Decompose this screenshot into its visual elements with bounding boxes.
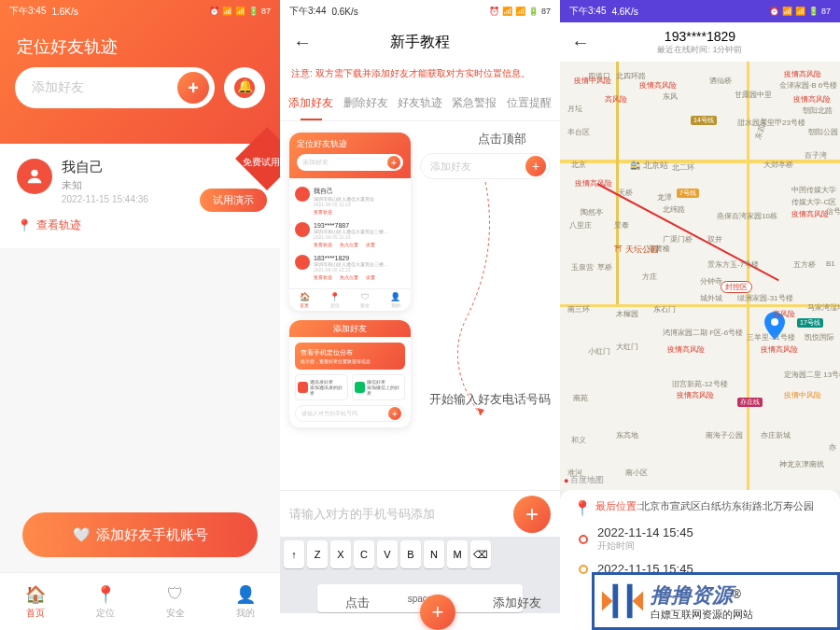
tab-locate[interactable]: 📍定位 xyxy=(70,573,140,630)
map-label: 金泽家园·B 6号楼 xyxy=(779,80,837,91)
back-button[interactable]: ← xyxy=(293,32,312,53)
key-shift[interactable]: ↑ xyxy=(284,540,304,568)
phone-input-bar: 请输入对方的手机号码添加 + xyxy=(280,490,560,537)
avatar[interactable] xyxy=(17,159,52,194)
map-label: 朝阳公园 xyxy=(808,127,838,137)
add-friend-search[interactable]: 添加好友 + xyxy=(15,67,215,108)
map-label: 五方桥 xyxy=(793,259,816,270)
risk-label: 疫情高风险 xyxy=(575,178,612,189)
map-label: 三羊里-31号楼 xyxy=(747,332,795,343)
map-label: 鸿博家园二期 F区-6号楼 xyxy=(663,328,743,338)
map-label: 方庄 xyxy=(642,272,657,282)
search-placeholder: 添加好友 xyxy=(32,79,84,96)
last-loc-label: 最后位置: xyxy=(595,500,639,511)
key-n[interactable]: N xyxy=(424,540,444,568)
map-label: 丰台区 xyxy=(567,127,590,137)
watermark: 撸撸资源® 白嫖互联网资源的网站 xyxy=(592,572,840,630)
map-label: 天桥 xyxy=(618,188,633,198)
risk-label: 疫情高风险 xyxy=(677,390,714,400)
key-v[interactable]: V xyxy=(377,540,398,568)
add-button[interactable]: + xyxy=(513,496,551,533)
key-backspace[interactable]: ⌫ xyxy=(470,540,491,568)
map-label: 景泰 xyxy=(614,220,629,231)
status-time: 下午3:45 xyxy=(569,5,606,18)
phone-input[interactable]: 请输入对方的手机号码添加 xyxy=(289,506,506,523)
map-label: 小红门 xyxy=(588,346,610,357)
risk-label: 高风险 xyxy=(605,94,627,105)
plus-icon[interactable]: + xyxy=(177,72,209,104)
risk-label: 高风险 xyxy=(773,309,795,319)
tab-alarm[interactable]: 紧急警报 xyxy=(447,86,501,120)
notice-text: 注意: 双方需下载并添加好友才能获取对方实时位置信息。 xyxy=(280,62,560,86)
risk-label: 疫情高风险 xyxy=(639,80,677,91)
tab-home[interactable]: 🏠首页 xyxy=(0,573,70,630)
map-label: B1 xyxy=(826,259,835,268)
pin-icon: 📍 xyxy=(573,499,590,516)
kbd-plus-button[interactable]: + xyxy=(420,595,455,630)
battery-icon: 🔋 xyxy=(528,7,539,16)
wifi-icon: 📶 xyxy=(515,7,525,16)
map-view[interactable]: ●百度地图 丰台区八里庄小红门玉泉营草桥方庄木樨园大红门南苑东高地南小区和义准河… xyxy=(560,62,840,490)
map-label: 分钟寺 xyxy=(700,276,722,287)
map-label: 14号线 xyxy=(691,116,717,125)
plus-icon: + xyxy=(387,156,400,169)
map-label: 和义 xyxy=(571,435,586,445)
battery-icon: 🔋 xyxy=(808,7,819,16)
map-label: 酒仙桥 xyxy=(709,76,732,86)
pin-icon: 📍 xyxy=(17,218,32,232)
last-online: 最近在线时间: 1分钟前 xyxy=(657,44,742,56)
map-label: 大红门 xyxy=(616,342,638,352)
map-label: 准河 xyxy=(567,468,582,478)
risk-label: 疫情中风险 xyxy=(574,76,611,86)
map-label: 东石门 xyxy=(653,304,676,315)
map-label: 木樨园 xyxy=(616,309,638,319)
step-search-pill: 添加好友+ xyxy=(420,153,551,179)
kbd-click-label: 点击 xyxy=(345,595,370,611)
map-label: 月坛 xyxy=(567,104,582,114)
alarm-icon: ⏰ xyxy=(489,7,499,16)
map-label: 亦庄新城 xyxy=(761,430,791,441)
wifi-icon: 📶 xyxy=(795,7,805,16)
key-b[interactable]: B xyxy=(400,540,421,568)
tab-me[interactable]: 👤我的 xyxy=(210,573,280,630)
map-label: 南海子公园 xyxy=(706,430,743,441)
title-bar: ← 新手教程 xyxy=(280,22,560,62)
tab-add-friend[interactable]: 添加好友 xyxy=(284,86,338,120)
map-label: 马家湾湿地 xyxy=(807,302,840,313)
keyboard-row: ↑ Z X C V B N M ⌫ xyxy=(280,537,560,583)
plus-icon: + xyxy=(525,156,546,176)
tab-bar: 🏠首页 📍定位 🛡安全 👤我的 xyxy=(0,572,280,630)
status-bar: 下午3:440.6K/s ⏰📶📶🔋87 xyxy=(280,0,560,22)
map-label: 草桥 xyxy=(597,262,612,273)
tab-friend-track[interactable]: 好友轨迹 xyxy=(393,86,447,120)
map-label: 景东方玉-7号楼 xyxy=(707,259,759,270)
map-label: 南小区 xyxy=(625,468,648,478)
back-button[interactable]: ← xyxy=(571,32,590,53)
view-track-link[interactable]: 📍 查看轨迹 xyxy=(17,217,263,233)
last-loc-value: 北京市宣武区白纸坊东街路北万寿公园 xyxy=(639,500,814,511)
page-title: 新手教程 xyxy=(390,33,450,52)
start-time-row: 2022-11-14 15:45开始时间 xyxy=(573,525,827,553)
map-label: 旧宫新苑-12号楼 xyxy=(672,379,728,389)
status-bar: 下午3:451.6K/s ⏰📶📶🔋87 xyxy=(0,0,280,22)
key-c[interactable]: C xyxy=(354,540,374,568)
risk-label: 疫情高风险 xyxy=(793,94,831,105)
logo-icon xyxy=(600,579,645,623)
page-title: 定位好友轨迹 xyxy=(0,22,280,67)
tab-location-remind[interactable]: 位置提醒 xyxy=(502,86,556,120)
key-z[interactable]: Z xyxy=(307,540,328,568)
heart-icon: 🤍 xyxy=(73,526,91,543)
demo-button[interactable]: 试用演示 xyxy=(200,189,267,212)
key-m[interactable]: M xyxy=(447,540,468,568)
add-friend-phone-button[interactable]: 🤍 添加好友手机账号 xyxy=(22,512,258,557)
dot-icon xyxy=(579,565,588,574)
tab-delete-friend[interactable]: 删除好友 xyxy=(338,86,392,120)
key-x[interactable]: X xyxy=(330,540,351,568)
user-card: 免费试用 我自己 未知 2022-11-15 15:44:36 试用演示 📍 查… xyxy=(0,144,280,248)
notification-button[interactable] xyxy=(224,67,265,108)
tab-safety[interactable]: 🛡安全 xyxy=(140,573,210,630)
map-label: 北京 xyxy=(571,160,586,170)
title-bar: ← 193****1829 最近在线时间: 1分钟前 xyxy=(560,22,840,62)
map-label: 北纬路 xyxy=(663,204,685,215)
map-label: 凯悦国际 xyxy=(805,332,834,343)
